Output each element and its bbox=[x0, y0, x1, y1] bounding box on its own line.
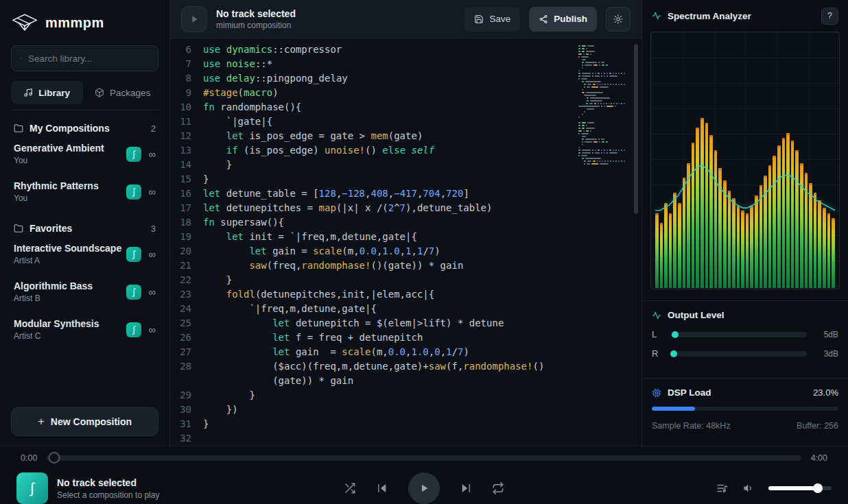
minimap-line bbox=[578, 81, 625, 82]
editor-scrollbar[interactable] bbox=[634, 44, 638, 214]
minimap-line bbox=[578, 125, 625, 126]
code-line[interactable]: 22 } bbox=[170, 273, 641, 287]
volume-knob[interactable] bbox=[813, 483, 823, 493]
now-playing: ∫ No track selected Select a composition… bbox=[16, 472, 159, 504]
code-line[interactable]: 27 let gain = scale(m,0.0,1.0,0,1/7) bbox=[170, 345, 641, 359]
minimap-line bbox=[578, 59, 625, 60]
code-line[interactable]: 9#stage(macro) bbox=[170, 86, 641, 100]
help-button[interactable]: ? bbox=[821, 8, 838, 25]
queue-button[interactable] bbox=[716, 482, 729, 494]
editor: No track selected mimium composition Sav… bbox=[170, 0, 641, 446]
code-line[interactable]: 23 foldl(detunepitches,init,|elem,acc|{ bbox=[170, 287, 641, 302]
composition-title: Modular Synthesis bbox=[14, 318, 99, 329]
code-text: #stage(macro) bbox=[203, 86, 279, 100]
minimap-line bbox=[578, 158, 625, 159]
code-line[interactable]: 13 if (is_pos_edge) unoise!() else self bbox=[170, 143, 641, 158]
code-line[interactable]: 14 } bbox=[170, 158, 641, 172]
timeline: 0:00 4:00 bbox=[0, 446, 848, 470]
list-item-rhythmic-patterns[interactable]: Rhythmic Patterns You ∫ ∞ bbox=[11, 173, 158, 211]
spectrum-title: Spectrum Analyzer bbox=[668, 11, 751, 21]
code-line[interactable]: 26 let f = freq + detunepitch bbox=[170, 331, 641, 345]
line-number: 32 bbox=[170, 431, 203, 446]
code-line[interactable]: 25 let detunepitch = $(elem|>lift) * det… bbox=[170, 316, 641, 331]
shuffle-button[interactable] bbox=[344, 482, 356, 494]
code-line[interactable]: 29 } bbox=[170, 388, 641, 403]
previous-button[interactable] bbox=[376, 482, 388, 494]
line-number: 10 bbox=[170, 100, 203, 115]
code-line[interactable]: 19 let init = `|freq,m,detune,gate|{ bbox=[170, 230, 641, 244]
channel-label: L bbox=[652, 329, 663, 339]
list-item-modular-synthesis[interactable]: Modular Synthesis Artist C ∫ ∞ bbox=[11, 311, 158, 348]
repeat-button[interactable] bbox=[492, 482, 504, 494]
line-number: 9 bbox=[170, 86, 203, 100]
tab-label: Packages bbox=[110, 88, 150, 98]
audio-settings-row: Sample Rate: 48kHz Buffer: 256 bbox=[652, 421, 838, 431]
code-line[interactable]: 10fn randomphase(){ bbox=[170, 100, 641, 115]
code-line[interactable]: 32 bbox=[170, 431, 641, 446]
right-level-indicator bbox=[670, 350, 677, 357]
code-line[interactable]: 7use noise::* bbox=[170, 57, 641, 71]
code-line[interactable]: 16let detune_table = [128,−128,408,−417,… bbox=[170, 187, 641, 201]
code-line[interactable]: 31} bbox=[170, 417, 641, 431]
tab-packages[interactable]: Packages bbox=[87, 81, 159, 104]
save-icon bbox=[474, 14, 484, 24]
line-number: 28 bbox=[170, 359, 203, 374]
dsp-load-bar bbox=[652, 407, 838, 411]
timeline-knob[interactable] bbox=[49, 452, 60, 464]
timeline-slider[interactable] bbox=[47, 455, 801, 461]
composition-artist: Artist B bbox=[14, 293, 93, 303]
save-button[interactable]: Save bbox=[464, 7, 520, 32]
code-line[interactable]: 15} bbox=[170, 172, 641, 187]
spectrum-display bbox=[650, 32, 840, 289]
list-item-algorithmic-bass[interactable]: Algorithmic Bass Artist B ∫ ∞ bbox=[11, 273, 158, 311]
code-line[interactable]: 28 ($acc)(freq,m,detune,gate)+saw(f,rand… bbox=[170, 359, 641, 374]
publish-button[interactable]: Publish bbox=[529, 7, 597, 32]
next-button[interactable] bbox=[460, 482, 472, 494]
code-line[interactable]: 24 `|freq,m,detune,gate|{ bbox=[170, 302, 641, 316]
search-input[interactable] bbox=[28, 53, 150, 64]
spectrum-curve bbox=[655, 38, 835, 288]
code-line[interactable]: (gate)) * gain bbox=[170, 374, 641, 388]
code-line[interactable]: 18fn supersaw(){ bbox=[170, 215, 641, 230]
code-line[interactable]: 11 `|gate|{ bbox=[170, 115, 641, 129]
minimap-line bbox=[578, 97, 625, 99]
list-item-interactive-soundscape[interactable]: Interactive Soundscape Artist A ∫ ∞ bbox=[11, 235, 158, 273]
minimap-line bbox=[578, 141, 625, 143]
code-editor[interactable]: 6use dynamics::compressor7use noise::*8u… bbox=[170, 38, 641, 446]
volume-fill bbox=[768, 486, 818, 490]
minimap-line bbox=[578, 95, 625, 96]
code-text: let gain = scale(m,0.0,1.0,0,1/7) bbox=[203, 345, 469, 359]
cpu-icon bbox=[652, 388, 661, 398]
code-line[interactable]: 30 }) bbox=[170, 403, 641, 417]
line-number: 15 bbox=[170, 172, 203, 187]
tab-library[interactable]: Library bbox=[11, 81, 83, 104]
code-line[interactable]: 6use dynamics::compressor bbox=[170, 43, 641, 57]
line-number: 12 bbox=[170, 129, 203, 143]
list-item-generative-ambient[interactable]: Generative Ambient You ∫ ∞ bbox=[11, 135, 158, 173]
code-line[interactable]: 17let detunepitches = map(|x| x /(2^7),d… bbox=[170, 201, 641, 215]
queue-icon bbox=[716, 482, 729, 494]
minimap-line bbox=[578, 133, 625, 134]
minimap-line bbox=[578, 56, 625, 58]
search-box[interactable] bbox=[11, 45, 158, 71]
right-level-value: 3dB bbox=[815, 349, 838, 359]
minimap-line bbox=[578, 130, 625, 132]
new-composition-button[interactable]: + New Composition bbox=[11, 407, 158, 436]
code-line[interactable]: 21 saw(freq,randomphase!()(gate)) * gain bbox=[170, 259, 641, 273]
code-text: let gain = scale(m,0.0,1.0,1,1/7) bbox=[203, 244, 440, 259]
code-line[interactable]: 8use delay::pingpong_delay bbox=[170, 71, 641, 86]
play-button[interactable] bbox=[408, 472, 440, 504]
code-line[interactable]: 12 let is_pos_edge = gate > mem(gate) bbox=[170, 129, 641, 143]
code-line[interactable]: 20 let gain = scale(m,0.0,1.0,1,1/7) bbox=[170, 244, 641, 259]
minimap[interactable] bbox=[578, 45, 625, 166]
editor-play-button[interactable] bbox=[181, 6, 207, 32]
minimap-line bbox=[578, 160, 625, 162]
settings-button[interactable] bbox=[606, 7, 631, 32]
minimap-line bbox=[578, 119, 625, 121]
waveform-tile-icon: ∫ bbox=[126, 184, 141, 200]
right-panel: Spectrum Analyzer ? Output Level L 5dB bbox=[641, 0, 848, 446]
channel-row-right: R 3dB bbox=[652, 348, 838, 359]
volume-slider[interactable] bbox=[768, 486, 832, 490]
volume-button[interactable] bbox=[742, 482, 755, 494]
output-level-title: Output Level bbox=[668, 310, 725, 320]
